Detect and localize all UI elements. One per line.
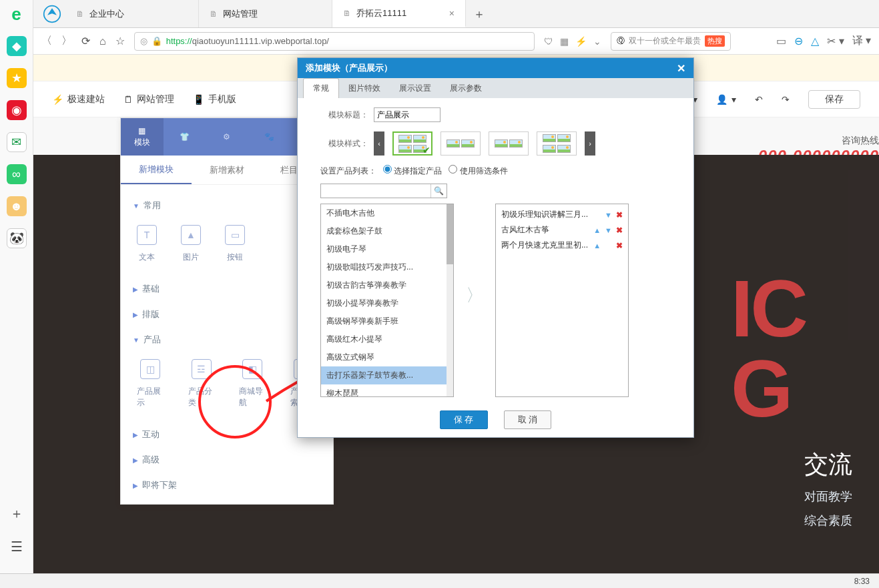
module-item-button[interactable]: ▭按钮 <box>225 225 245 263</box>
section-layout[interactable]: ▶排版 <box>133 302 321 327</box>
remove-item-icon[interactable]: ✖ <box>616 241 623 250</box>
module-item-product-show[interactable]: ◫产品展示 <box>137 359 164 408</box>
available-item[interactable]: 不插电木吉他 <box>321 204 453 222</box>
move-right-button[interactable]: 〉 <box>467 284 482 306</box>
nav-home-icon[interactable]: ⌂ <box>99 35 106 47</box>
style-next-button[interactable]: › <box>585 131 595 156</box>
move-up-icon[interactable]: ▲ <box>593 242 601 250</box>
browser-tab-0[interactable]: 🗎 企业中心 <box>65 0 199 27</box>
add-shortcut-icon[interactable]: ＋ <box>0 505 33 523</box>
bolt-icon[interactable]: ⚡ <box>575 36 587 47</box>
remove-item-icon[interactable]: ✖ <box>616 226 623 235</box>
qr-icon[interactable]: ▦ <box>560 36 569 47</box>
paper-plane-icon[interactable] <box>39 1 65 27</box>
section-advanced[interactable]: ▶高级 <box>133 447 321 473</box>
translate-icon[interactable]: 译 ▾ <box>852 34 871 48</box>
tool-mobile[interactable]: 📱手机版 <box>193 93 236 105</box>
new-tab-button[interactable]: ＋ <box>466 6 493 22</box>
selected-item[interactable]: 两个月快速尤克里里初...▲▼✖ <box>496 238 628 253</box>
remove-item-icon[interactable]: ✖ <box>616 210 623 220</box>
emoji-icon[interactable]: ☻ <box>7 196 27 216</box>
dialog-tab-general[interactable]: 常规 <box>303 78 339 98</box>
section-product[interactable]: ▼产品 <box>133 327 321 352</box>
selected-item[interactable]: 古风红木古筝▲▼✖ <box>496 222 628 238</box>
available-item[interactable]: 柳木琵琶 <box>321 384 453 397</box>
move-up-icon[interactable]: ▲ <box>593 226 601 234</box>
nav-star-icon[interactable]: ☆ <box>115 35 125 47</box>
radio-specific[interactable]: 选择指定产品 <box>383 165 442 177</box>
url-input[interactable]: ◎ 🔒 https://qiaotuoyun11111.vip.webporta… <box>134 32 535 51</box>
shortcut-icon-1[interactable]: ◆ <box>7 36 27 56</box>
selected-item[interactable]: 初级乐理知识讲解三月...▲▼✖ <box>496 207 628 222</box>
nav-forward-icon[interactable]: 〉 <box>61 34 72 48</box>
tab-close-icon[interactable]: × <box>449 8 455 19</box>
reader-icon[interactable]: ▭ <box>776 35 786 47</box>
style-option-2[interactable] <box>489 131 529 156</box>
tool-undo[interactable]: ↶ <box>755 94 763 105</box>
sidebar-menu-icon[interactable]: ☰ <box>0 539 33 555</box>
available-products-list[interactable]: 不插电木吉他成套棕色架子鼓初级电子琴初级歌唱技巧发声技巧...初级古韵古筝弹奏教… <box>320 204 454 397</box>
style-prev-button[interactable]: ‹ <box>374 131 384 156</box>
favorites-icon[interactable]: ★ <box>7 68 27 88</box>
module-top-tab-modules[interactable]: ▦ 模块 <box>121 118 164 156</box>
section-basic[interactable]: ▶基础 <box>133 276 321 302</box>
available-item[interactable]: 初级古韵古筝弹奏教学 <box>321 276 453 294</box>
dialog-save-button[interactable]: 保 存 <box>440 410 488 429</box>
module-item-mall-nav[interactable]: ◧商城导航 <box>239 359 266 408</box>
module-title-input[interactable] <box>374 107 441 122</box>
tool-redo[interactable]: ↷ <box>782 94 790 105</box>
module-top-tab-1[interactable]: 👕 <box>164 118 206 156</box>
available-item[interactable]: 初级小提琴弹奏教学 <box>321 294 453 312</box>
save-button[interactable]: 保存 <box>808 90 860 109</box>
style-option-0[interactable] <box>392 131 432 156</box>
subtab-new-module[interactable]: 新增模块 <box>121 156 192 184</box>
available-item[interactable]: 成套棕色架子鼓 <box>321 222 453 240</box>
nav-back-icon[interactable]: 〈 <box>41 34 52 48</box>
panda-icon[interactable]: 🐼 <box>7 228 27 248</box>
module-item-product-cat[interactable]: ☲产品分类 <box>188 359 216 408</box>
browser-tab-1[interactable]: 🗎 网站管理 <box>199 0 332 27</box>
module-item-image[interactable]: ▲图片 <box>181 225 201 263</box>
module-item-text[interactable]: T文本 <box>137 225 157 263</box>
subtab-new-asset[interactable]: 新增素材 <box>192 156 262 184</box>
available-item[interactable]: 高级红木小提琴 <box>321 330 453 348</box>
section-soon-off[interactable]: ▶即将下架 <box>133 473 321 498</box>
nav-reload-icon[interactable]: ⟳ <box>81 35 90 47</box>
style-option-3[interactable] <box>537 131 577 156</box>
available-item[interactable]: 初级歌唱技巧发声技巧... <box>321 258 453 276</box>
available-item[interactable]: 击打乐器架子鼓节奏教... <box>321 366 453 384</box>
tool-fastbuild[interactable]: ⚡极速建站 <box>52 93 105 105</box>
scissors-icon[interactable]: ✂ ▾ <box>827 35 844 47</box>
available-item[interactable]: 高级钢琴弹奏新手班 <box>321 312 453 330</box>
blocker-icon[interactable]: 🛡 <box>544 36 553 47</box>
section-interact[interactable]: ▶互动 <box>133 422 321 447</box>
weibo-icon[interactable]: ◉ <box>7 100 27 120</box>
section-common[interactable]: ▼常用 <box>133 193 321 218</box>
move-down-icon[interactable]: ▼ <box>605 211 612 219</box>
dialog-tab-display-params[interactable]: 展示参数 <box>441 79 491 98</box>
selected-products-list[interactable]: 初级乐理知识讲解三月...▲▼✖古风红木古筝▲▼✖两个月快速尤克里里初...▲▼… <box>495 204 629 397</box>
search-icon[interactable]: 🔍 <box>430 184 447 198</box>
mail-icon[interactable]: ✉ <box>7 132 27 152</box>
chevron-down-icon[interactable]: ⌄ <box>593 36 601 47</box>
dialog-tab-display-settings[interactable]: 展示设置 <box>390 79 441 98</box>
adblock-icon[interactable]: ⊖ <box>794 35 803 47</box>
available-item[interactable]: 高级立式钢琴 <box>321 348 453 366</box>
browser-tab-2[interactable]: 🗎 乔拓云11111 × <box>332 0 466 27</box>
tool-user[interactable]: 👤▾ <box>716 94 736 105</box>
dialog-tab-image-effect[interactable]: 图片特效 <box>339 79 390 98</box>
available-item[interactable]: 初级电子琴 <box>321 240 453 258</box>
tool-manage[interactable]: 🗒网站管理 <box>123 93 174 105</box>
browser-logo-icon[interactable]: e <box>7 4 27 24</box>
cloud-tool-icon[interactable]: △ <box>811 35 819 47</box>
radio-filter[interactable]: 使用筛选条件 <box>449 165 507 177</box>
cloud-icon[interactable]: ∞ <box>7 164 27 184</box>
style-option-1[interactable] <box>441 131 481 156</box>
product-search-input[interactable] <box>321 184 430 198</box>
move-down-icon[interactable]: ▼ <box>605 226 612 234</box>
dialog-cancel-button[interactable]: 取 消 <box>504 410 552 429</box>
module-top-tab-2[interactable]: ⚙ <box>206 118 248 156</box>
module-top-tab-3[interactable]: 🐾 <box>248 118 291 156</box>
omni-search[interactable]: Ⓠ 双十一价或全年最贵 热搜 <box>611 32 731 51</box>
dialog-close-button[interactable]: ✕ <box>677 62 685 75</box>
